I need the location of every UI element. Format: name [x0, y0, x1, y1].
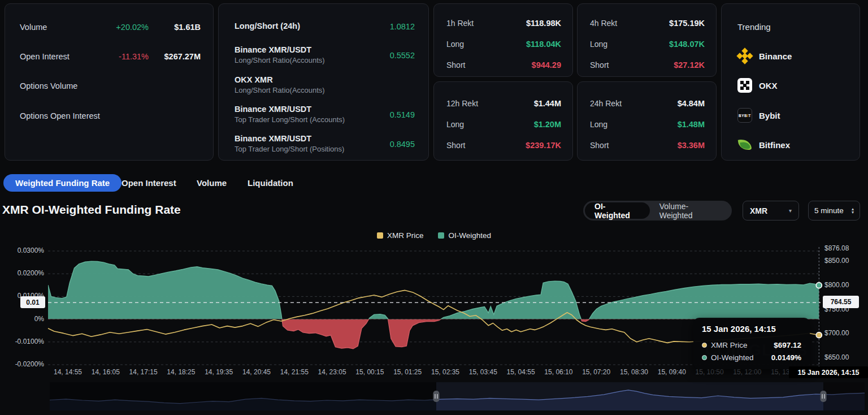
rekt-short-value: $3.36M — [678, 141, 705, 150]
stat-row-options-open-interest[interactable]: Options Open Interest — [20, 110, 201, 122]
rekt-short-value: $239.17K — [526, 141, 561, 150]
tooltip-row-price: XMR Price $697.12 — [702, 339, 801, 351]
ratio-title: Binance XMR/USDT — [235, 45, 390, 55]
exchange-name: OKX — [759, 81, 778, 90]
navigator-handle-right[interactable] — [821, 391, 827, 402]
navigator-handle-left[interactable] — [433, 391, 439, 402]
ratio-title: Binance XMR/USDT — [235, 133, 390, 144]
rekt-period: 12h Rekt — [446, 99, 534, 108]
funding-rate-dashboard: { "stats": { "rows": [ { "label": "Volum… — [0, 0, 868, 415]
rekt-short-label: Short — [590, 60, 674, 70]
rekt-total: $175.19K — [669, 19, 705, 28]
toggle-oi-weighted[interactable]: OI-Weighted — [585, 202, 650, 219]
legend-label: XMR Price — [387, 231, 424, 240]
exchange-name: Bitfinex — [759, 140, 790, 150]
ratio-subtitle: Top Trader Long/Short (Positions) — [235, 144, 390, 154]
interval-select-value: 5 minute — [814, 206, 844, 215]
tab-volume[interactable]: Volume — [197, 174, 227, 192]
chart-legend: XMR Price OI-Weighted — [0, 231, 868, 240]
tooltip-row-funding: OI-Weighted 0.0149% — [702, 351, 801, 364]
rekt-long-label: Long — [446, 40, 526, 49]
ratio-value: 1.0812 — [390, 22, 415, 31]
okx-icon — [737, 78, 752, 93]
stat-label: Volume — [20, 23, 103, 32]
ratio-title: Long/Short (24h) — [235, 21, 390, 32]
stat-percent: -11.31% — [103, 52, 149, 61]
trending-card: Trending Binance OKX BYBIT Bybit Bitfine… — [721, 3, 860, 161]
rekt-long-label: Long — [446, 120, 534, 129]
stat-row-options-volume[interactable]: Options Volume — [20, 80, 201, 92]
trending-item-binance[interactable]: Binance — [737, 48, 792, 64]
rekt-short-label: Short — [446, 60, 532, 70]
ratio-row[interactable]: Binance XMR/USDTLong/Short Ratio(Account… — [235, 45, 415, 66]
rekt-card-12h: 12h Rekt$1.44M Long$1.20M Short$239.17K — [433, 81, 573, 161]
chevron-down-icon: ▾ — [789, 208, 792, 214]
rekt-long-value: $148.07K — [669, 40, 705, 49]
rekt-period: 1h Rekt — [446, 19, 526, 28]
binance-icon — [737, 49, 752, 63]
toggle-volume-weighted[interactable]: Volume-Weighted — [650, 202, 730, 219]
ratio-title: OKX XMR — [235, 75, 415, 85]
rekt-total: $1.44M — [534, 99, 561, 108]
stat-row-open-interest[interactable]: Open Interest -11.31% $267.27M — [20, 50, 201, 63]
rekt-long-label: Long — [590, 120, 678, 129]
stat-label: Options Volume — [20, 81, 103, 90]
rekt-card-1h: 1h Rekt$118.98K Long$118.04K Short$944.2… — [433, 3, 573, 77]
series-dot-icon — [702, 355, 707, 360]
rekt-long-value: $1.48M — [678, 120, 705, 129]
stat-value: $267.27M — [149, 52, 201, 61]
rekt-short-value: $27.12K — [674, 60, 705, 70]
ratio-subtitle: Long/Short Ratio(Accounts) — [235, 55, 390, 66]
series-dot-icon — [702, 343, 707, 348]
chart-tooltip: 15 Jan 2026, 14:15 XMR Price $697.12 OI-… — [693, 318, 810, 369]
coin-select[interactable]: XMR ▾ — [743, 201, 799, 221]
rekt-short-label: Short — [446, 141, 526, 150]
tab-weighted-funding-rate[interactable]: Weighted Funding Rate — [3, 174, 121, 192]
page-title: XMR OI-Weighted Funding Rate — [2, 203, 181, 217]
trending-item-okx[interactable]: OKX — [737, 77, 778, 93]
rekt-long-value: $118.04K — [526, 40, 561, 49]
weighting-toggle: OI-Weighted Volume-Weighted — [583, 201, 732, 221]
trending-item-bybit[interactable]: BYBIT Bybit — [737, 107, 780, 123]
long-short-card: Long/Short (24h) 1.0812 Binance XMR/USDT… — [218, 3, 429, 161]
bybit-icon: BYBIT — [737, 108, 752, 123]
ratio-row[interactable]: Long/Short (24h) 1.0812 — [235, 21, 415, 32]
rekt-total: $4.84M — [678, 99, 705, 108]
ratio-subtitle: Long/Short Ratio(Accounts) — [235, 85, 415, 96]
exchange-name: Binance — [759, 51, 792, 61]
tab-open-interest[interactable]: Open Interest — [121, 174, 176, 192]
rekt-card-24h: 24h Rekt$4.84M Long$1.48M Short$3.36M — [577, 81, 717, 161]
legend-swatch — [377, 232, 383, 239]
crosshair-left-value: 0.01 — [20, 296, 45, 308]
legend-label: OI-Weighted — [448, 231, 491, 240]
crosshair-date-label: 15 Jan 2026, 14:15 — [789, 366, 868, 378]
legend-item-xmr-price[interactable]: XMR Price — [377, 231, 424, 240]
legend-item-oi-weighted[interactable]: OI-Weighted — [438, 231, 491, 240]
legend-swatch — [438, 232, 444, 239]
ratio-subtitle: Top Trader Long/Short (Accounts) — [235, 115, 390, 125]
ratio-row[interactable]: OKX XMRLong/Short Ratio(Accounts) — [235, 75, 415, 96]
trending-item-bitfinex[interactable]: Bitfinex — [737, 137, 790, 153]
tab-liquidation[interactable]: Liquidation — [248, 174, 293, 192]
trending-title: Trending — [737, 22, 771, 32]
stat-percent: +20.02% — [103, 23, 149, 32]
stat-row-volume[interactable]: Volume +20.02% $1.61B — [20, 21, 201, 33]
chart-navigator[interactable] — [0, 380, 868, 415]
tooltip-timestamp: 15 Jan 2026, 14:15 — [702, 324, 801, 334]
rekt-period: 24h Rekt — [590, 99, 678, 108]
interval-select[interactable]: 5 minute ▴▾ — [808, 201, 860, 221]
stat-value: $1.61B — [149, 23, 201, 32]
bitfinex-icon — [737, 137, 752, 152]
ratio-value: 0.8495 — [390, 140, 415, 149]
ratio-row[interactable]: Binance XMR/USDTTop Trader Long/Short (P… — [235, 133, 415, 154]
market-stats-card: Volume +20.02% $1.61B Open Interest -11.… — [5, 3, 214, 161]
rekt-period: 4h Rekt — [590, 19, 669, 28]
coin-select-value: XMR — [750, 206, 767, 215]
ratio-value: 0.5552 — [390, 51, 415, 60]
rekt-long-value: $1.20M — [534, 120, 561, 129]
rekt-total: $118.98K — [526, 19, 561, 28]
stat-label: Open Interest — [20, 52, 103, 61]
stat-label: Options Open Interest — [20, 111, 103, 120]
rekt-long-label: Long — [590, 40, 669, 49]
ratio-row[interactable]: Binance XMR/USDTTop Trader Long/Short (A… — [235, 104, 415, 125]
